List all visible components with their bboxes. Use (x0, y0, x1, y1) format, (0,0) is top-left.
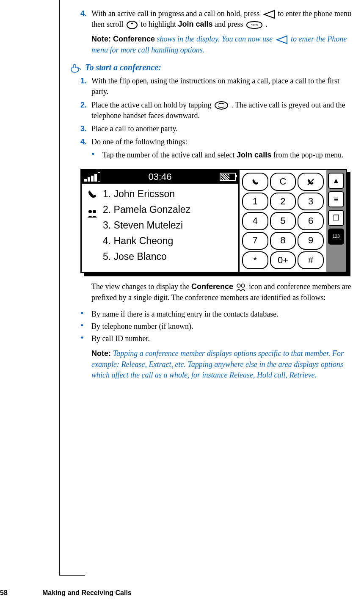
step-body: With the flip open, using the instructio… (91, 76, 356, 97)
note-label: Note: (91, 35, 113, 43)
key-3[interactable]: 3 (298, 193, 324, 210)
conference-icon (236, 283, 246, 292)
step-3: 3. Place a call to another party. (80, 124, 356, 134)
step-body: Do one of the following things: (91, 137, 356, 147)
key-1[interactable]: 1 (242, 193, 268, 210)
keypad: C 1 2 3 4 5 6 7 8 9 * 0+ # (238, 170, 326, 272)
key-7[interactable]: 7 (242, 232, 268, 250)
procedure-heading: To start a conference: (69, 61, 356, 73)
key-clear[interactable]: C (270, 173, 296, 190)
scroll-key-icon (126, 20, 138, 30)
list-item[interactable]: 4. Hank Cheong (103, 233, 190, 249)
text: . (266, 20, 268, 28)
conference-bold: Conference (113, 35, 155, 43)
key-0[interactable]: 0+ (270, 251, 296, 269)
text: to highlight (141, 20, 178, 28)
svg-point-3 (88, 210, 92, 213)
step-body: Place a call to another party. (91, 124, 356, 134)
svg-point-6 (237, 284, 240, 287)
text: and press (215, 20, 245, 28)
hold-key-icon (214, 101, 229, 110)
svg-point-7 (241, 284, 245, 287)
signal-icon (84, 172, 100, 182)
yes-key-icon: YES (246, 21, 263, 29)
status-bar: 03:46 (82, 170, 238, 184)
text: from the pop-up menu. (273, 151, 344, 159)
key-6[interactable]: 6 (298, 212, 324, 230)
key-2[interactable]: 2 (270, 193, 296, 210)
battery-icon (220, 173, 236, 181)
left-key-icon (262, 10, 275, 19)
step-body: Place the active call on hold by tapping… (91, 100, 356, 121)
bullet-body: Tap the number of the active call and se… (102, 150, 356, 160)
side-up-icon[interactable]: ▲ (328, 173, 344, 189)
heading-text: To start a conference: (85, 63, 161, 72)
text: With an active call in progress and a ca… (91, 9, 262, 18)
svg-point-4 (93, 210, 96, 213)
side-keyboard-icon[interactable]: 123 (328, 229, 344, 245)
key-call[interactable] (242, 173, 268, 190)
key-star[interactable]: * (242, 251, 268, 269)
key-hash[interactable]: # (298, 251, 324, 269)
handset-icon (87, 189, 98, 203)
sub-bullet: • Tap the number of the active call and … (91, 150, 356, 160)
svg-point-2 (215, 102, 228, 109)
key-8[interactable]: 8 (270, 232, 296, 250)
step-body: With an active call in progress and a ca… (91, 8, 356, 30)
svg-point-0 (127, 21, 137, 29)
side-bar: ▲ ≡ ❐ 123 (326, 170, 346, 272)
list-item[interactable]: 3. Steven Mutelezi (103, 218, 190, 233)
call-list: 1. John Ericsson 2. Pamela Gonzalez 3. S… (103, 186, 190, 269)
left-key-icon (275, 35, 288, 44)
list-item[interactable]: 5. Jose Blanco (103, 249, 190, 265)
bullet-body: By call ID number. (91, 333, 356, 344)
key-9[interactable]: 9 (298, 232, 324, 250)
clock: 03:46 (148, 171, 171, 184)
join-calls-label: Join calls (237, 151, 271, 159)
key-5[interactable]: 5 (270, 212, 296, 230)
side-windows-icon[interactable]: ❐ (328, 210, 344, 226)
note-label: Note: (91, 349, 113, 358)
bullet-item: • By name if there is a matching entry i… (80, 309, 356, 320)
text: The view changes to display the (91, 282, 191, 291)
bullet-body: By telephone number (if known). (91, 321, 356, 332)
text: Tap the number of the active call and se… (102, 151, 237, 159)
list-item[interactable]: 1. John Ericsson (103, 186, 190, 202)
note-text: Tapping a conference member displays opt… (91, 349, 344, 379)
note-text: shows in the display. You can now use (155, 35, 274, 43)
page-number: 58 (0, 588, 17, 598)
bullet-item: • By telephone number (if known). (80, 321, 356, 332)
key-4[interactable]: 4 (242, 212, 268, 230)
bullet-dot: • (91, 150, 102, 160)
side-menu-icon[interactable]: ≡ (328, 191, 344, 207)
step-2: 2. Place the active call on hold by tapp… (80, 100, 356, 121)
note-block-1: Note: Conference shows in the display. Y… (91, 34, 356, 55)
step-4: 4. Do one of the following things: (80, 137, 356, 147)
svg-text:YES: YES (251, 23, 258, 27)
join-calls-label: Join calls (178, 20, 213, 28)
bullet-body: By name if there is a matching entry in … (91, 309, 356, 320)
after-phone-text: The view changes to display the Conferen… (91, 281, 356, 303)
phone-screenshot: 03:46 1. John Eric (80, 169, 347, 273)
key-mute[interactable] (298, 173, 324, 190)
section-title: Making and Receiving Calls (42, 588, 132, 598)
page-footer: 58 Making and Receiving Calls (0, 588, 132, 598)
margin-rule (59, 0, 85, 576)
text: Place the active call on hold by tapping (91, 101, 213, 109)
list-item[interactable]: 2. Pamela Gonzalez (103, 202, 190, 218)
bullet-item: • By call ID number. (80, 333, 356, 344)
conference-icon (87, 208, 98, 222)
page-content: 4. With an active call in progress and a… (80, 8, 356, 380)
step-1: 1. With the flip open, using the instruc… (80, 76, 356, 97)
step-4-top: 4. With an active call in progress and a… (80, 8, 356, 30)
conference-label: Conference (191, 282, 233, 291)
note-block-2: Note: Tapping a conference member displa… (91, 348, 356, 380)
